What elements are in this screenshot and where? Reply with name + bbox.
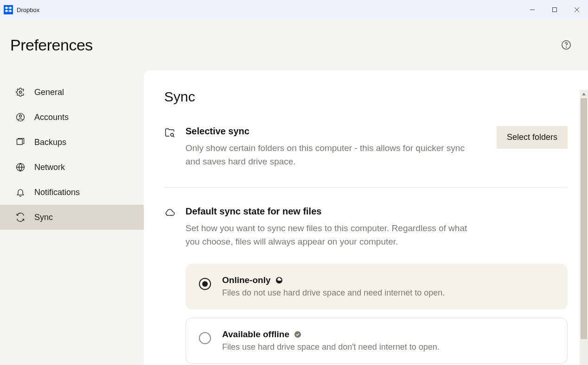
check-badge-icon	[294, 331, 301, 338]
radio-indicator	[199, 332, 211, 344]
scrollbar[interactable]	[580, 90, 588, 365]
scrollbar-thumb[interactable]	[581, 98, 587, 339]
section-desc: Set how you want to sync new files to th…	[185, 221, 473, 249]
section-default-sync-state: Default sync state for new files Set how…	[164, 187, 568, 365]
sidebar-item-label: General	[34, 88, 64, 97]
svg-point-11	[566, 47, 567, 47]
sidebar-item-label: Sync	[34, 213, 53, 222]
titlebar-brand: Dropbox	[4, 5, 39, 14]
radio-online-only[interactable]: Online-only Files do not use hard drive …	[185, 264, 568, 309]
radio-title: Online-only	[222, 275, 271, 285]
sidebar-item-label: Accounts	[34, 113, 69, 122]
sidebar-item-label: Notifications	[34, 188, 80, 197]
section-title: Selective sync	[185, 126, 486, 137]
sidebar-nav: General Accounts Backups Network Notific…	[0, 70, 144, 230]
sidebar-item-notifications[interactable]: Notifications	[0, 180, 144, 205]
page-title: Preferences	[10, 36, 93, 54]
svg-point-12	[171, 133, 173, 136]
cloud-badge-icon	[275, 277, 283, 284]
sidebar-item-network[interactable]: Network	[0, 155, 144, 180]
radio-indicator	[199, 278, 211, 290]
sidebar-item-label: Network	[34, 163, 65, 172]
sidebar-item-backups[interactable]: Backups	[0, 130, 144, 155]
scrollbar-up-arrow-icon[interactable]	[580, 90, 588, 98]
help-button[interactable]	[561, 40, 571, 50]
main-panel: Sync Selective sync Only show certain fo…	[144, 70, 588, 365]
svg-rect-1	[553, 8, 557, 12]
dropbox-logo-icon	[4, 5, 13, 14]
sidebar-item-general[interactable]: General	[0, 80, 144, 105]
main-panel-container: Sync Selective sync Only show certain fo…	[144, 19, 588, 365]
sidebar-item-label: Backups	[34, 138, 66, 147]
sync-icon	[16, 213, 25, 222]
backup-icon	[16, 138, 25, 147]
radio-available-offline[interactable]: Available offline Files use hard drive s…	[185, 318, 568, 364]
radio-desc: Files use hard drive space and don't nee…	[222, 342, 554, 352]
folder-search-icon	[164, 127, 175, 138]
section-title: Default sync state for new files	[185, 206, 568, 217]
cloud-icon	[164, 207, 175, 218]
section-desc: Only show certain folders on this comput…	[185, 141, 473, 169]
titlebar-title: Dropbox	[17, 6, 39, 13]
titlebar: Dropbox	[0, 0, 588, 19]
globe-icon	[16, 163, 25, 172]
user-circle-icon	[16, 113, 25, 122]
window-minimize-button[interactable]	[521, 0, 543, 19]
section-selective-sync: Selective sync Only show certain folders…	[164, 123, 568, 187]
svg-point-6	[19, 115, 22, 117]
sidebar-item-sync[interactable]: Sync	[0, 205, 144, 230]
radio-desc: Files do not use hard drive space and ne…	[222, 288, 554, 298]
select-folders-button[interactable]: Select folders	[497, 126, 568, 149]
svg-rect-7	[17, 139, 23, 145]
radio-title: Available offline	[222, 329, 289, 340]
svg-point-4	[19, 91, 22, 94]
window-close-button[interactable]	[566, 0, 588, 19]
svg-line-13	[173, 136, 175, 138]
window-maximize-button[interactable]	[543, 0, 566, 19]
sync-state-radio-group: Online-only Files do not use hard drive …	[185, 264, 568, 364]
sidebar-item-accounts[interactable]: Accounts	[0, 105, 144, 130]
bell-icon	[16, 188, 25, 197]
gear-icon	[16, 88, 25, 97]
panel-title: Sync	[164, 89, 568, 105]
